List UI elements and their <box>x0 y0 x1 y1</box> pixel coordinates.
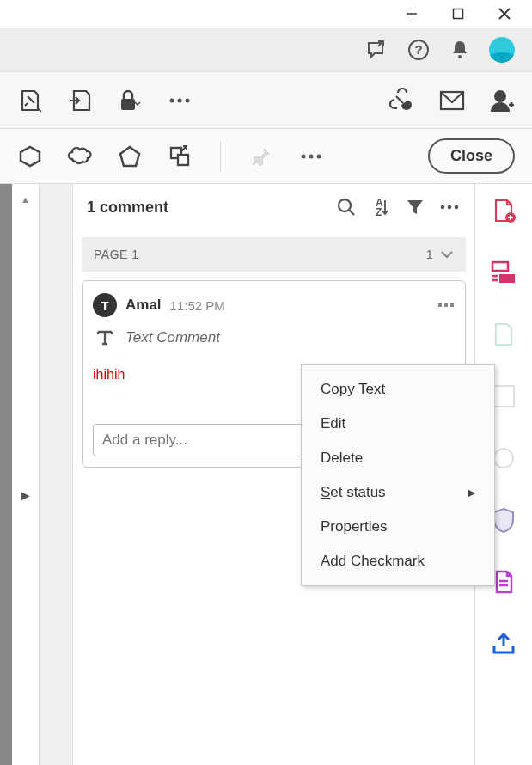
menu-copy-text[interactable]: Copy Text <box>302 372 494 407</box>
lock-icon[interactable] <box>117 88 143 113</box>
svg-point-28 <box>455 205 459 210</box>
svg-rect-29 <box>438 303 442 307</box>
search-comments-icon[interactable] <box>335 196 358 218</box>
email-icon[interactable] <box>439 88 465 113</box>
hexagon-shape-icon[interactable] <box>17 144 43 169</box>
svg-point-27 <box>448 205 452 210</box>
more-tools-icon[interactable] <box>167 88 193 113</box>
svg-rect-17 <box>178 155 188 165</box>
comment-type-label: Text Comment <box>125 329 220 346</box>
svg-marker-15 <box>120 147 139 166</box>
cloud-shape-icon[interactable] <box>67 144 93 169</box>
comment-header-row: T Amal 11:52 PM <box>93 293 455 317</box>
svg-rect-33 <box>492 262 508 271</box>
svg-rect-8 <box>121 99 135 110</box>
add-person-icon[interactable] <box>489 88 515 113</box>
import-document-icon[interactable] <box>67 88 93 113</box>
svg-rect-31 <box>450 303 454 307</box>
window-minimize-button[interactable] <box>401 3 422 24</box>
help-icon[interactable]: ? <box>407 38 431 62</box>
comments-more-icon[interactable] <box>438 196 461 218</box>
create-pdf-icon[interactable] <box>491 198 517 223</box>
left-gutter-strip: ▲ ▶ <box>12 184 40 765</box>
svg-point-22 <box>339 199 351 211</box>
expand-panel-arrow-icon[interactable]: ▶ <box>21 488 30 502</box>
svg-point-21 <box>317 154 321 158</box>
polygon-shape-icon[interactable] <box>117 144 143 169</box>
expand-tool-icon[interactable] <box>167 144 193 169</box>
user-avatar[interactable] <box>489 37 515 63</box>
svg-point-19 <box>302 154 306 158</box>
comment-type-row: Text Comment <box>93 326 455 350</box>
submenu-arrow-icon: ▶ <box>468 487 475 499</box>
combine-files-icon[interactable] <box>491 260 517 285</box>
document-preview-sliver <box>40 184 72 765</box>
sort-comments-icon[interactable]: AZ <box>370 196 392 218</box>
filter-comments-icon[interactable] <box>404 196 426 218</box>
svg-text:Z: Z <box>376 206 382 217</box>
chevron-down-icon <box>440 249 454 260</box>
svg-rect-34 <box>499 274 515 283</box>
toolbar-separator <box>220 141 221 172</box>
page-section-bar[interactable]: PAGE 1 1 <box>82 237 466 272</box>
comment-menu-icon[interactable] <box>437 302 455 309</box>
svg-point-13 <box>494 90 506 102</box>
app-header-toolbar: ? <box>0 28 532 72</box>
svg-point-38 <box>494 449 513 468</box>
document-toolbar <box>0 72 532 129</box>
cloud-link-icon[interactable] <box>389 88 415 113</box>
svg-point-9 <box>170 98 174 102</box>
svg-line-18 <box>253 161 257 165</box>
comments-count-title: 1 comment <box>87 199 323 217</box>
sign-document-icon[interactable] <box>17 88 43 113</box>
svg-line-23 <box>349 210 354 215</box>
comment-avatar: T <box>93 293 117 317</box>
comment-author: Amal <box>125 297 162 314</box>
menu-properties[interactable]: Properties <box>302 510 494 544</box>
page-label: PAGE 1 <box>94 248 139 261</box>
share-feedback-icon[interactable] <box>365 38 389 62</box>
document-scrollbar[interactable] <box>0 184 12 765</box>
window-titlebar <box>0 0 532 28</box>
close-panel-button[interactable]: Close <box>428 138 515 174</box>
annotation-toolbar: Close <box>0 129 532 184</box>
svg-rect-30 <box>444 303 448 307</box>
comment-timestamp: 11:52 PM <box>170 298 225 313</box>
svg-point-10 <box>178 98 182 102</box>
svg-rect-37 <box>493 386 514 407</box>
svg-text:?: ? <box>414 42 422 57</box>
svg-marker-14 <box>21 147 40 166</box>
page-comment-count: 1 <box>426 248 433 261</box>
window-close-button[interactable] <box>494 3 515 24</box>
menu-set-status[interactable]: Set status▶ <box>302 475 494 510</box>
menu-delete[interactable]: Delete <box>302 441 494 475</box>
upload-share-icon[interactable] <box>491 631 517 657</box>
share-file-icon[interactable] <box>491 321 517 347</box>
comments-header: 1 comment AZ <box>73 184 474 230</box>
notifications-bell-icon[interactable] <box>448 38 472 62</box>
menu-add-checkmark[interactable]: Add Checkmark <box>302 544 494 578</box>
scroll-up-arrow-icon[interactable]: ▲ <box>21 194 30 205</box>
window-maximize-button[interactable] <box>448 3 468 24</box>
svg-rect-1 <box>454 9 463 19</box>
pin-icon[interactable] <box>248 144 274 169</box>
text-comment-type-icon <box>93 326 117 350</box>
more-options-icon[interactable] <box>298 144 324 169</box>
comment-context-menu: Copy Text Edit Delete Set status▶ Proper… <box>301 364 495 586</box>
svg-point-11 <box>186 98 190 102</box>
svg-point-26 <box>441 205 445 210</box>
menu-edit[interactable]: Edit <box>302 407 494 441</box>
svg-point-20 <box>309 154 314 158</box>
svg-point-6 <box>458 55 462 58</box>
